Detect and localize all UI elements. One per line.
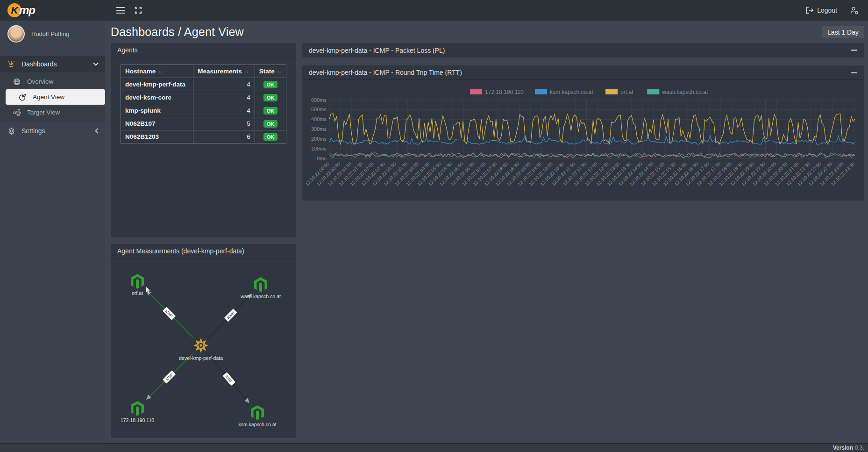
cell-state: OK	[255, 117, 286, 130]
graph-node[interactable]: ksm.kapsch.co.at	[238, 405, 276, 427]
packet-loss-panel: devel-kmp-perf-data - ICMP - Packet Loss…	[302, 43, 864, 57]
user-management-button[interactable]	[847, 3, 861, 17]
sidebar-item-label: Target View	[27, 109, 60, 116]
cell-hostname: N062B107	[121, 117, 193, 130]
cell-measurements: 6	[193, 130, 255, 143]
column-header-measurements[interactable]: Measurements↑↓	[193, 65, 255, 78]
sidebar-item-overview[interactable]: Overview	[0, 74, 105, 89]
node-label: devel-kmp-perf-data	[179, 355, 223, 361]
legend-label[interactable]: wasti.kapsch.co.at	[662, 89, 708, 95]
sidebar-nav: Dashboards Overview	[0, 47, 105, 139]
status-badge: OK	[263, 107, 278, 115]
sidebar-item-dashboards[interactable]: Dashboards	[0, 56, 105, 72]
node-label: 172.18.190.110	[121, 417, 154, 423]
version-value: 0.3.	[855, 445, 864, 451]
magento-hexagon-icon	[254, 277, 267, 292]
agent-timer-icon	[18, 93, 27, 101]
cell-state: OK	[255, 130, 286, 143]
cell-state: OK	[255, 104, 286, 117]
graph-node-center[interactable]: devel-kmp-perf-data	[179, 338, 223, 361]
legend-label[interactable]: orf.at	[620, 89, 633, 95]
time-range-button[interactable]: Last 1 Day	[822, 26, 864, 38]
logout-button[interactable]: Logout	[806, 7, 837, 14]
cell-hostname: kmp-splunk	[121, 104, 193, 117]
series-line	[329, 135, 855, 144]
sidebar-item-label: Overview	[27, 78, 53, 85]
table-row[interactable]: N062B12036OK	[121, 130, 286, 143]
status-badge: OK	[263, 81, 278, 88]
user-profile[interactable]: Rudolf Puffing	[0, 21, 105, 47]
y-tick-label: 0ms	[317, 156, 327, 161]
graph-node[interactable]: orf.at	[131, 274, 144, 296]
legend-swatch[interactable]	[647, 89, 659, 94]
cell-hostname: devel-kmp-perf-data	[121, 78, 193, 91]
topology-graph: ICMP ICMP ICMP ICMP orf.at wasti.kapsch.…	[111, 258, 296, 440]
column-header-state[interactable]: State↑↓	[255, 65, 286, 78]
table-row[interactable]: devel-kmp-perf-data4OK	[121, 78, 286, 91]
legend-label[interactable]: ksm.kapsch.co.at	[550, 89, 593, 95]
sort-icon: ↑↓	[158, 69, 161, 74]
sidebar-item-settings[interactable]: Settings	[0, 122, 105, 139]
table-row[interactable]: N062B1075OK	[121, 117, 286, 130]
edge-label: ICMP	[224, 309, 237, 322]
legend-swatch[interactable]	[470, 89, 482, 94]
network-nodes-icon	[12, 109, 21, 116]
agents-table: Hostname↑↓Measurements↑↓State↑↓devel-kmp…	[121, 65, 286, 143]
mouse-cursor	[146, 287, 150, 294]
dashboards-icon	[7, 60, 16, 68]
logout-label: Logout	[817, 7, 837, 14]
hub-compass-icon	[193, 338, 208, 353]
column-header-hostname[interactable]: Hostname↑↓	[121, 65, 193, 78]
graph-node[interactable]: 172.18.190.110	[121, 401, 154, 423]
gear-icon	[7, 127, 16, 135]
magento-hexagon-icon	[131, 274, 144, 289]
page-title: Dashboards / Agent View	[111, 25, 244, 39]
series-line	[329, 113, 855, 144]
table-row[interactable]: devel-ksm-core4OK	[121, 91, 286, 104]
chevron-down-icon	[93, 62, 99, 66]
hamburger-icon	[116, 7, 125, 14]
user-gear-icon	[850, 7, 859, 14]
app-logo[interactable]: K mp	[0, 0, 105, 21]
avatar	[7, 25, 25, 43]
legend-label[interactable]: 172.18.190.110	[485, 89, 524, 95]
y-tick-label: 600ms	[311, 97, 327, 103]
sidebar: Rudolf Puffing Dashboards	[0, 21, 105, 443]
node-label: ksm.kapsch.co.at	[238, 422, 276, 427]
sort-icon: ↑↓	[245, 69, 248, 74]
panel-title: Agents	[117, 46, 138, 54]
user-name: Rudolf Puffing	[31, 30, 69, 37]
table-row[interactable]: kmp-splunk4OK	[121, 104, 286, 117]
y-tick-label: 500ms	[311, 107, 327, 112]
sidebar-item-agent-view[interactable]: Agent View	[6, 89, 105, 105]
sidebar-item-label: Dashboards	[21, 60, 57, 68]
collapse-panel-button[interactable]	[850, 47, 858, 54]
collapse-panel-button[interactable]	[850, 69, 858, 76]
legend-swatch[interactable]	[535, 89, 547, 94]
sidebar-toggle-button[interactable]	[114, 3, 128, 17]
graph-node[interactable]: wasti.kapsch.co.at	[240, 277, 281, 299]
status-badge: OK	[263, 94, 278, 101]
edge-label: ICMP	[223, 372, 235, 386]
rtt-panel: devel-kmp-perf-data - ICMP - Round Trip …	[302, 65, 864, 201]
minus-icon	[851, 50, 857, 51]
status-badge: OK	[263, 120, 278, 128]
top-bar: K mp Logout	[0, 0, 868, 21]
logo-text: mp	[19, 4, 35, 17]
cell-measurements: 5	[193, 117, 255, 130]
y-tick-label: 300ms	[311, 126, 327, 132]
magento-hexagon-icon	[131, 401, 144, 416]
sidebar-item-target-view[interactable]: Target View	[0, 105, 105, 120]
cell-measurements: 4	[193, 91, 255, 104]
sort-icon: ↑↓	[277, 69, 280, 74]
agents-panel: Agents Hostname↑↓Measurements↑↓State↑↓de…	[111, 43, 296, 237]
cell-measurements: 4	[193, 78, 255, 91]
minus-icon	[851, 72, 857, 73]
edge-label: ICMP	[163, 307, 176, 320]
legend-swatch[interactable]	[605, 89, 618, 94]
fullscreen-button[interactable]	[131, 3, 145, 17]
y-tick-label: 100ms	[311, 146, 327, 151]
app-root: K mp Logout	[0, 0, 868, 452]
y-tick-label: 400ms	[311, 116, 327, 122]
agent-measurements-panel: Agent Measurements (devel-kmp-perf-data)…	[111, 244, 296, 438]
